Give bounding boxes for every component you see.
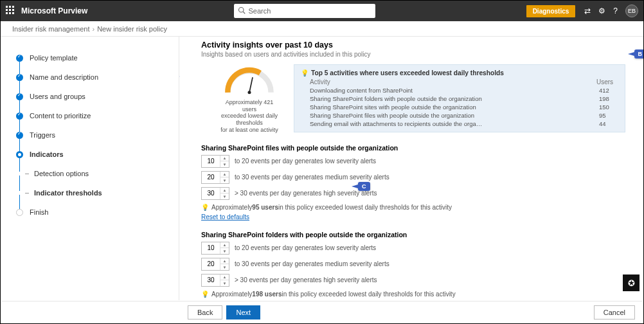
chevron-up-icon[interactable]: ▲ [220, 156, 229, 162]
svg-line-2 [249, 77, 253, 93]
chevron-up-icon[interactable]: ▲ [220, 172, 229, 178]
lightbulb-icon: 💡 [201, 291, 209, 298]
med-threshold-input[interactable]: ▲▼ [201, 171, 229, 184]
chevron-down-icon[interactable]: ▼ [220, 161, 229, 167]
table-row: Sharing SharePoint folders with people o… [310, 94, 618, 103]
high-threshold-input[interactable]: ▲▼ [201, 187, 229, 200]
diagnostics-button[interactable]: Diagnostics [526, 5, 576, 17]
table-row: Sending email with attachments to recipi… [310, 120, 618, 128]
top-activities-card: 💡Top 5 activities where users exceeded l… [294, 64, 625, 132]
callout-b: B [634, 50, 644, 59]
step-users-groups[interactable]: Users and groups [16, 87, 179, 106]
search-icon [238, 6, 246, 15]
step-indicators[interactable]: Indicators [16, 145, 179, 164]
content-pane: Activity insights over past 10 days Insi… [179, 37, 643, 300]
search-placeholder: Search [248, 7, 271, 15]
reset-link[interactable]: Reset to defaults [201, 213, 249, 221]
breadcrumb: Insider risk management › New insider ri… [1, 21, 643, 37]
step-policy-template[interactable]: Policy template [16, 48, 179, 68]
step-name-description[interactable]: Name and description [16, 68, 179, 87]
share-icon[interactable]: ⇄ [584, 6, 591, 15]
threshold-section-folders: Sharing SharePoint folders with people o… [201, 231, 625, 300]
med-threshold-input[interactable]: ▲▼ [201, 258, 229, 271]
wizard-sidebar: Policy template Name and description Use… [1, 37, 179, 300]
step-indicator-thresholds[interactable]: Indicator thresholds [16, 183, 179, 203]
svg-point-0 [239, 8, 244, 13]
help-icon[interactable]: ? [613, 6, 618, 15]
high-threshold-input[interactable]: ▲▼ [201, 274, 229, 287]
lightbulb-icon: 💡 [301, 69, 309, 76]
cancel-button[interactable]: Cancel [594, 305, 635, 320]
page-title: Activity insights over past 10 days [201, 40, 625, 50]
insight-row: 💡Approximately 198 users in this policy … [201, 291, 625, 298]
back-button[interactable]: Back [188, 305, 222, 320]
topbar: Microsoft Purview Search Diagnostics ⇄ ⚙… [1, 1, 643, 21]
chevron-up-icon[interactable]: ▲ [220, 242, 229, 249]
search-input[interactable]: Search [234, 4, 375, 18]
insight-row: 💡Approximately 95 users in this policy e… [201, 204, 625, 211]
chevron-down-icon[interactable]: ▼ [220, 248, 229, 254]
gauge: Approximately 421 users exceeded lowest … [220, 64, 278, 134]
app-launcher-icon[interactable] [6, 6, 16, 16]
table-row: Sharing SharePoint files with people out… [310, 111, 618, 120]
step-triggers[interactable]: Triggers [16, 125, 179, 145]
callout-c: C [358, 182, 370, 191]
chevron-up-icon[interactable]: ▲ [220, 274, 229, 281]
next-button[interactable]: Next [226, 305, 260, 320]
settings-icon[interactable]: ⚙ [598, 6, 605, 15]
low-threshold-input[interactable]: ▲▼ [201, 155, 229, 168]
chevron-down-icon[interactable]: ▼ [220, 194, 229, 199]
chevron-up-icon[interactable]: ▲ [220, 188, 229, 194]
step-content[interactable]: Content to prioritize [16, 106, 179, 125]
step-detection-options[interactable]: Detection options [16, 164, 179, 183]
page-subtitle: Insights based on users and activities i… [201, 51, 625, 58]
feedback-icon[interactable]: ✪ [623, 274, 640, 291]
chevron-down-icon[interactable]: ▼ [220, 280, 229, 286]
footer: Back Next Cancel [1, 301, 643, 323]
step-finish[interactable]: Finish [16, 203, 179, 222]
table-row: Sharing SharePoint sites with people out… [310, 103, 618, 111]
low-threshold-input[interactable]: ▲▼ [201, 242, 229, 255]
table-row: Downloading content from SharePoint412 [310, 86, 618, 94]
brand: Microsoft Purview [21, 6, 87, 15]
svg-point-3 [247, 91, 251, 94]
svg-line-1 [244, 12, 246, 14]
breadcrumb-current: New insider risk policy [97, 25, 167, 33]
threshold-section-files: Sharing SharePoint files with people out… [201, 144, 625, 221]
chevron-up-icon[interactable]: ▲ [220, 258, 229, 265]
chevron-down-icon[interactable]: ▼ [220, 177, 229, 183]
breadcrumb-root[interactable]: Insider risk management [12, 25, 89, 33]
lightbulb-icon: 💡 [201, 204, 209, 211]
avatar[interactable]: EB [625, 4, 638, 17]
chevron-down-icon[interactable]: ▼ [220, 264, 229, 270]
chevron-right-icon: › [92, 25, 94, 33]
